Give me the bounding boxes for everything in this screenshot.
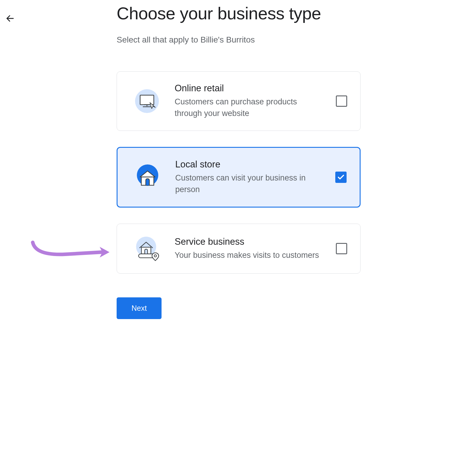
- svg-rect-2: [140, 95, 154, 105]
- next-button[interactable]: Next: [117, 297, 162, 319]
- option-description: Customers can purchase products through …: [175, 96, 322, 119]
- checkbox-service-business[interactable]: [336, 243, 347, 254]
- annotation-arrow-icon: [30, 238, 110, 265]
- back-button[interactable]: [4, 12, 16, 24]
- option-description: Your business makes visits to customers: [175, 249, 322, 261]
- storefront-icon: [134, 164, 161, 191]
- page-title: Choose your business type: [117, 3, 361, 24]
- svg-marker-13: [100, 247, 109, 258]
- monitor-cursor-icon: [134, 88, 160, 114]
- option-online-retail[interactable]: Online retail Customers can purchase pro…: [117, 71, 361, 131]
- option-local-store[interactable]: Local store Customers can visit your bus…: [117, 147, 361, 208]
- option-description: Customers can visit your business in per…: [175, 172, 321, 195]
- page-subtitle: Select all that apply to Billie's Burrit…: [117, 35, 361, 45]
- option-title: Local store: [175, 159, 321, 170]
- check-icon: [337, 173, 345, 181]
- option-service-business[interactable]: Service business Your business makes vis…: [117, 224, 361, 274]
- option-title: Service business: [175, 236, 322, 247]
- arrow-left-icon: [5, 14, 15, 23]
- checkbox-online-retail[interactable]: [336, 95, 347, 107]
- house-pin-icon: [134, 235, 160, 262]
- business-type-options: Online retail Customers can purchase pro…: [117, 71, 361, 274]
- checkbox-local-store[interactable]: [335, 172, 347, 183]
- option-title: Online retail: [175, 83, 322, 94]
